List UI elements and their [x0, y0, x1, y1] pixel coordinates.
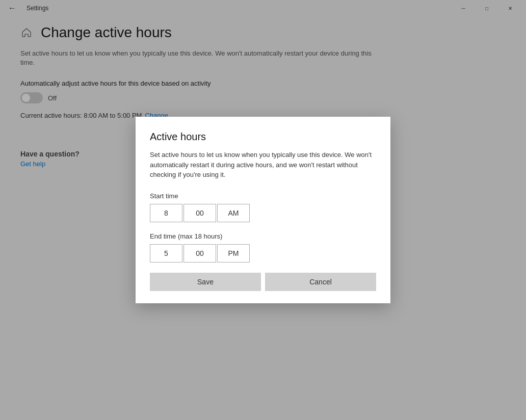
end-minute-field[interactable]: 00: [183, 244, 216, 262]
modal-overlay: Active hours Set active hours to let us …: [0, 0, 526, 420]
cancel-button[interactable]: Cancel: [265, 273, 376, 291]
start-hour-field[interactable]: 8: [150, 204, 182, 222]
dialog-description: Set active hours to let us know when you…: [150, 150, 376, 180]
end-time-label: End time (max 18 hours): [150, 232, 376, 240]
dialog-buttons: Save Cancel: [150, 273, 376, 291]
end-ampm-field[interactable]: PM: [217, 244, 250, 262]
start-minute-field[interactable]: 00: [183, 204, 216, 222]
active-hours-dialog: Active hours Set active hours to let us …: [136, 117, 390, 303]
start-time-picker: 8 00 AM: [150, 204, 376, 222]
end-hour-field[interactable]: 5: [150, 244, 182, 262]
start-time-label: Start time: [150, 192, 376, 200]
end-time-picker: 5 00 PM: [150, 244, 376, 262]
start-ampm-field[interactable]: AM: [217, 204, 250, 222]
dialog-title: Active hours: [150, 131, 376, 143]
save-button[interactable]: Save: [150, 273, 261, 291]
